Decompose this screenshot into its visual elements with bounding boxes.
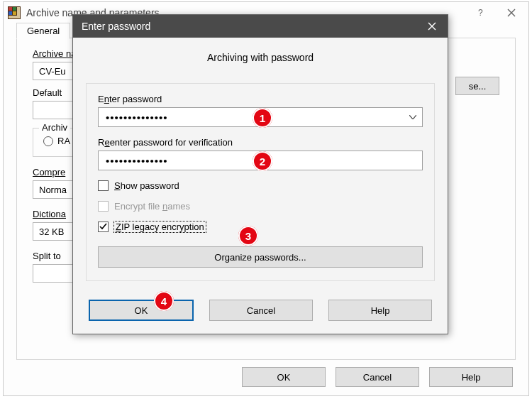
password-value-masked: •••••••••••••• bbox=[106, 111, 168, 124]
annotation-2: 2 bbox=[253, 151, 272, 171]
reenter-password-label: Reenter password for verification bbox=[98, 137, 423, 148]
cancel-button[interactable]: Cancel bbox=[209, 300, 313, 321]
zip-legacy-checkbox[interactable]: ZIP legacy encryption bbox=[98, 222, 423, 232]
dictionary-value: 32 KB bbox=[39, 226, 64, 237]
svg-rect-1 bbox=[9, 7, 12, 11]
password-dialog: Enter password Archiving with password E… bbox=[72, 14, 448, 334]
svg-text:?: ? bbox=[478, 9, 483, 17]
svg-rect-3 bbox=[9, 11, 12, 15]
zip-legacy-label: ZIP legacy encryption bbox=[114, 222, 206, 232]
svg-rect-4 bbox=[13, 11, 16, 15]
radio-icon bbox=[43, 136, 53, 146]
close-icon[interactable] bbox=[416, 15, 448, 38]
annotation-4: 4 bbox=[154, 291, 174, 311]
password-titlebar: Enter password bbox=[73, 15, 448, 38]
parent-cancel-button[interactable]: Cancel bbox=[336, 367, 419, 387]
compression-value: Norma bbox=[39, 185, 67, 195]
parent-dialog-buttons: OK Cancel Help bbox=[242, 367, 513, 387]
archive-name-value: CV-Eu bbox=[39, 66, 66, 77]
annotation-3: 3 bbox=[238, 226, 258, 246]
ok-button[interactable]: OK bbox=[89, 300, 194, 321]
chevron-down-icon[interactable] bbox=[409, 115, 416, 119]
help-button[interactable]: Help bbox=[328, 300, 432, 321]
checkbox-icon bbox=[98, 222, 109, 232]
password-group: Enter password •••••••••••••• 1 Reenter … bbox=[86, 83, 435, 281]
enter-password-label: Enter password bbox=[98, 94, 423, 104]
checkbox-icon bbox=[98, 201, 109, 212]
password-dialog-buttons: OK Cancel Help 4 bbox=[86, 300, 435, 321]
password-body: Archiving with password Enter password •… bbox=[73, 38, 448, 334]
close-icon[interactable] bbox=[496, 3, 527, 23]
password-verify-value-masked: •••••••••••••• bbox=[106, 155, 168, 167]
parent-ok-button[interactable]: OK bbox=[242, 367, 326, 387]
archive-format-title: Archiv bbox=[39, 122, 70, 133]
winrar-icon bbox=[8, 6, 21, 19]
browse-button[interactable]: se... bbox=[455, 77, 499, 95]
annotation-1: 1 bbox=[253, 108, 272, 128]
show-password-checkbox[interactable]: Show password bbox=[98, 180, 423, 191]
organize-passwords-button[interactable]: Organize passwords... bbox=[98, 246, 423, 268]
password-heading: Archiving with password bbox=[86, 52, 435, 63]
tab-general[interactable]: General bbox=[16, 23, 70, 39]
svg-rect-2 bbox=[13, 7, 16, 11]
help-button-titlebar[interactable]: ? bbox=[465, 3, 496, 23]
password-title: Enter password bbox=[82, 21, 416, 32]
svg-rect-6 bbox=[9, 16, 20, 18]
parent-help-button[interactable]: Help bbox=[429, 367, 513, 387]
checkbox-icon bbox=[98, 180, 109, 191]
encrypt-filenames-checkbox: Encrypt file names bbox=[98, 201, 423, 212]
